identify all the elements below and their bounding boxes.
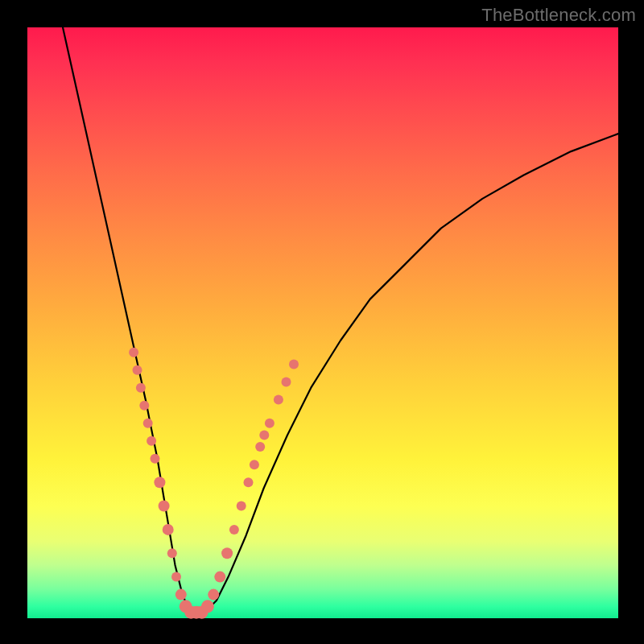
data-marker — [208, 589, 219, 601]
data-marker — [163, 524, 174, 535]
data-marker — [237, 502, 246, 511]
marker-group — [129, 348, 299, 619]
data-marker — [143, 419, 153, 428]
chart-plot-area — [27, 27, 618, 618]
data-marker — [147, 436, 156, 446]
data-marker — [133, 365, 142, 375]
bottleneck-curve — [63, 27, 618, 613]
data-marker — [259, 431, 269, 440]
data-marker — [250, 460, 259, 469]
data-marker — [244, 477, 254, 487]
data-marker — [167, 548, 177, 558]
data-marker — [151, 454, 160, 464]
data-marker — [265, 419, 275, 428]
data-marker — [175, 589, 187, 601]
data-marker — [229, 525, 239, 535]
data-marker — [274, 394, 283, 404]
data-marker — [139, 401, 149, 411]
data-marker — [201, 600, 214, 613]
data-marker — [214, 572, 225, 583]
data-marker — [154, 477, 165, 488]
data-marker — [136, 383, 146, 393]
chart-frame: TheBottleneck.com — [0, 0, 644, 644]
chart-svg — [27, 27, 618, 618]
data-marker — [255, 442, 265, 452]
data-marker — [129, 348, 138, 357]
data-marker — [282, 377, 291, 386]
data-marker — [289, 359, 299, 369]
data-marker — [171, 572, 181, 582]
watermark-text: TheBottleneck.com — [481, 5, 636, 26]
data-marker — [221, 547, 233, 559]
data-marker — [159, 501, 170, 512]
